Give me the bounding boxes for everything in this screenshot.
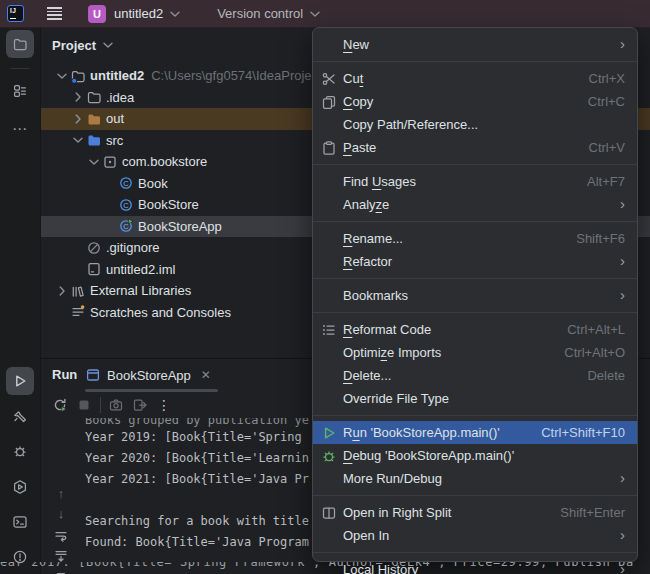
more-options-button[interactable]: ⋮: [156, 397, 172, 413]
svg-text:C: C: [123, 201, 129, 210]
folder-icon: [12, 36, 28, 52]
chevron-down-icon: [70, 132, 86, 148]
rerun-button[interactable]: [52, 397, 68, 413]
menu-item-debug-bookstoreapp-main[interactable]: Debug 'BookStoreApp.main()': [313, 444, 637, 467]
menu-item-optimize-imports[interactable]: Optimize ImportsCtrl+Alt+O: [313, 341, 637, 364]
hammer-icon: [12, 409, 28, 425]
detach-button[interactable]: [132, 397, 148, 413]
menu-separator: [313, 410, 637, 421]
context-menu: New›CutCtrl+XCopyCtrl+CCopy Path/Referen…: [312, 27, 638, 562]
menu-item-cut[interactable]: CutCtrl+X: [313, 67, 637, 90]
reformat-icon: [321, 322, 337, 338]
paste-icon: [321, 140, 337, 156]
menu-separator: [313, 273, 637, 284]
console-overflow-line: ear 2017: [Book{Title='Spring Framework'…: [0, 562, 650, 574]
chevron-down-icon: [54, 68, 70, 84]
copy-icon: [321, 94, 337, 110]
main-menu-icon[interactable]: [47, 7, 62, 20]
menu-shortcut: Ctrl+X: [589, 71, 625, 86]
tool-window-button-more-tool-windows[interactable]: ⋯: [6, 115, 34, 143]
divider: [100, 397, 101, 413]
chevron-right-icon: [70, 111, 86, 127]
tool-window-button-run[interactable]: [6, 367, 34, 395]
menu-separator: [313, 159, 637, 170]
file-icon: [86, 261, 102, 277]
scroll-down-button[interactable]: ↓: [53, 505, 69, 521]
menu-shortcut: Delete: [587, 368, 625, 383]
menu-item-open-in-right-split[interactable]: Open in Right SplitShift+Enter: [313, 501, 637, 524]
chevron-down-icon: [307, 6, 323, 22]
play-icon: [12, 373, 28, 389]
ignored-icon: [86, 240, 102, 256]
menu-item-paste[interactable]: PasteCtrl+V: [313, 136, 637, 159]
console-toolbar: ↑↓: [40, 421, 82, 574]
scissors-icon: [321, 71, 337, 87]
folder-project-icon: [70, 68, 86, 84]
ide-window: IJ U untitled2 Version control ⋯ Project…: [0, 0, 650, 574]
folder-icon: [86, 89, 102, 105]
run-configuration-icon: [85, 367, 101, 383]
menu-shortcut: Ctrl+V: [589, 140, 625, 155]
menu-item-new[interactable]: New›: [313, 33, 637, 56]
tool-window-button-build[interactable]: [6, 403, 34, 431]
soft-wrap-button[interactable]: [53, 528, 69, 544]
menu-item-run-bookstoreapp-main[interactable]: Run 'BookStoreApp.main()'Ctrl+Shift+F10: [313, 421, 637, 444]
tool-window-button-profiler[interactable]: [6, 473, 34, 501]
submenu-arrow-icon: ›: [620, 36, 625, 51]
stop-button[interactable]: [76, 397, 92, 413]
menu-item-copy-path-reference[interactable]: Copy Path/Reference...: [313, 113, 637, 136]
menu-shortcut: Ctrl+Shift+F10: [541, 425, 625, 440]
submenu-arrow-icon: ›: [620, 253, 625, 268]
package-icon: [102, 154, 118, 170]
close-icon[interactable]: ✕: [201, 368, 211, 382]
tool-window-button-terminal[interactable]: [6, 508, 34, 536]
submenu-arrow-icon: ›: [620, 196, 625, 211]
menu-item-more-run-debug[interactable]: More Run/Debug›: [313, 467, 637, 490]
chevron-down-icon: [167, 6, 183, 22]
project-widget[interactable]: untitled2: [114, 6, 163, 21]
tool-window-button-structure[interactable]: [6, 77, 34, 105]
menu-item-refactor[interactable]: Refactor›: [313, 250, 637, 273]
menu-shortcut: Ctrl+Alt+O: [564, 345, 625, 360]
more-icon: ⋯: [12, 121, 28, 137]
scratches-icon: [70, 304, 86, 320]
vcs-widget[interactable]: Version control: [217, 6, 303, 21]
menu-item-find-usages[interactable]: Find UsagesAlt+F7: [313, 170, 637, 193]
menu-item-override-file-type[interactable]: Override File Type: [313, 387, 637, 410]
menu-shortcut: Ctrl+Alt+L: [567, 322, 625, 337]
tool-window-button-debug[interactable]: [6, 437, 34, 465]
menu-shortcut: Alt+F7: [587, 174, 625, 189]
menu-item-copy[interactable]: CopyCtrl+C: [313, 90, 637, 113]
library-icon: [70, 283, 86, 299]
menu-item-reformat-code[interactable]: Reformat CodeCtrl+Alt+L: [313, 318, 637, 341]
menu-item-open-in[interactable]: Open In›: [313, 524, 637, 547]
menu-separator: [313, 490, 637, 501]
run-toolbar: ⋮: [52, 397, 180, 413]
menu-shortcut: Shift+F6: [576, 231, 625, 246]
project-badge[interactable]: U: [88, 5, 106, 23]
submenu-arrow-icon: ›: [620, 527, 625, 542]
run-tab[interactable]: BookStoreApp ✕: [85, 365, 211, 385]
svg-text:C: C: [123, 179, 129, 188]
submenu-arrow-icon: ›: [620, 470, 625, 485]
menu-item-bookmarks[interactable]: Bookmarks›: [313, 284, 637, 307]
tool-window-button-project[interactable]: [6, 30, 34, 58]
chevron-down-icon: [86, 154, 102, 170]
menu-item-analyze[interactable]: Analyze›: [313, 193, 637, 216]
chevron-right-icon: [54, 283, 70, 299]
menu-separator: [313, 56, 637, 67]
folder-excluded-icon: [86, 111, 102, 127]
intellij-logo-icon: IJ: [7, 5, 24, 22]
structure-icon: [12, 83, 28, 99]
debug-icon: [321, 448, 337, 464]
class-icon: C: [118, 175, 134, 191]
menu-separator: [313, 547, 637, 558]
menu-separator: [313, 216, 637, 227]
tab-scrollbar[interactable]: [85, 389, 218, 392]
scroll-up-button[interactable]: ↑: [53, 485, 69, 501]
activity-bar: ⋯: [0, 27, 41, 574]
menu-item-delete[interactable]: Delete...Delete: [313, 364, 637, 387]
menu-item-rename[interactable]: Rename...Shift+F6: [313, 227, 637, 250]
terminal-icon: [12, 514, 28, 530]
snapshot-button[interactable]: [108, 397, 124, 413]
